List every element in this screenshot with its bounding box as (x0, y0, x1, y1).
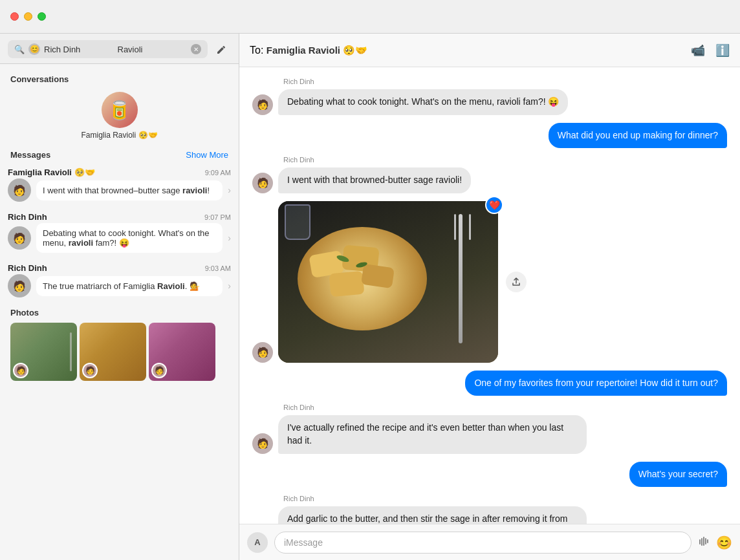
minimize-button[interactable] (24, 12, 32, 21)
to-label: To: (250, 45, 263, 56)
msg-bubble-group-5: One of my favorites from your repertoire… (465, 371, 727, 396)
compose-button[interactable] (213, 40, 231, 58)
message-input[interactable]: iMessage (274, 532, 691, 554)
message-row-3: 🧑 Rich Dinh I went with that browned-but… (252, 156, 727, 193)
message-row-6: 🧑 Rich Dinh I've actually refined the re… (252, 404, 727, 453)
sender-name-3: Rich Dinh (278, 156, 471, 164)
result-1-avatar: 🧑 (8, 178, 31, 202)
traffic-lights (0, 12, 56, 21)
result-3-time: 9:03 AM (205, 264, 231, 272)
message-result-3[interactable]: Rich Dinh 9:03 AM 🧑 The true matriarch o… (0, 258, 239, 303)
search-clear-button[interactable]: ✕ (191, 44, 201, 54)
search-query: Ravioli (118, 45, 188, 54)
msg-avatar-1: 🧑 (252, 94, 273, 115)
result-2-group-name: Rich Dinh (8, 212, 47, 222)
conversation-name: Famiglia Ravioli 🥺🤝 (81, 131, 157, 140)
chat-input-area: A iMessage 😊 (239, 524, 740, 560)
chat-header: To: Famiglia Ravioli 🥺🤝 📹 ℹ️ (239, 34, 740, 67)
sender-name-1: Rich Dinh (278, 78, 568, 85)
photo-3-avatar: 🧑 (151, 363, 167, 378)
result-2-avatar: 🧑 (8, 226, 31, 250)
photo-thumb-2[interactable]: 🧑 (80, 323, 146, 381)
svg-rect-1 (701, 538, 702, 546)
search-contact-avatar: 😊 (28, 43, 40, 55)
bubble-1: Debating what to cook tonight. What's on… (278, 89, 568, 115)
messages-section-header: Messages Show More (0, 145, 239, 162)
search-contact-name: Rich Dinh (44, 45, 114, 54)
search-icon: 🔍 (14, 45, 25, 54)
message-row-2: What did you end up making for dinner? (252, 123, 727, 149)
svg-rect-2 (703, 537, 704, 546)
audio-button[interactable] (698, 535, 710, 550)
messages-label: Messages (10, 150, 50, 160)
app-store-button[interactable]: A (247, 532, 268, 553)
result-2-time: 9:07 PM (204, 213, 231, 221)
reaction-badge: ❤️ (485, 196, 503, 214)
bubble-7: What's your secret? (629, 462, 727, 488)
bubble-6: I've actually refined the recipe and it'… (278, 415, 587, 453)
result-3-avatar: 🧑 (8, 274, 31, 297)
result-3-content: The true matriarch of Famiglia Ravioli. … (36, 276, 223, 296)
result-3-group-name: Rich Dinh (8, 263, 47, 273)
conversations-label: Conversations (0, 69, 239, 87)
sidebar-content: Conversations 🥫 Famiglia Ravioli 🥺🤝 Mess… (0, 64, 239, 560)
msg-bubble-group-2: What did you end up making for dinner? (549, 123, 727, 149)
result-1-group-name: Famiglia Ravioli 🥺🤝 (8, 167, 95, 177)
photo-1-avatar: 🧑 (13, 363, 28, 378)
photo-2-avatar: 🧑 (82, 363, 98, 378)
photos-section: Photos 🧑 🧑 🧑 (0, 303, 239, 386)
video-call-icon[interactable]: 📹 (691, 43, 705, 58)
message-row-4: 🧑 (252, 201, 727, 363)
msg-bubble-group-3: Rich Dinh I went with that browned-butte… (278, 156, 471, 193)
image-message-wrapper: ❤️ (278, 201, 498, 363)
msg-bubble-group-6: Rich Dinh I've actually refined the reci… (278, 404, 587, 453)
app-container: 🔍 😊 Rich Dinh Ravioli ✕ Conversations 🥫 (0, 34, 740, 560)
show-more-button[interactable]: Show More (186, 150, 228, 160)
message-result-2[interactable]: Rich Dinh 9:07 PM 🧑 Debating what to coo… (0, 207, 239, 258)
info-icon[interactable]: ℹ️ (715, 43, 730, 58)
close-button[interactable] (10, 12, 19, 21)
bubble-5: One of my favorites from your repertoire… (465, 371, 727, 396)
bubble-3: I went with that browned-butter sage rav… (278, 167, 471, 193)
share-button[interactable] (506, 272, 527, 292)
svg-rect-4 (707, 539, 708, 543)
sender-name-8: Rich Dinh (278, 495, 587, 502)
chat-image[interactable] (278, 201, 498, 363)
chat-area: To: Famiglia Ravioli 🥺🤝 📹 ℹ️ 🧑 Rich Dinh… (239, 34, 740, 560)
msg-bubble-group-7: What's your secret? (629, 462, 727, 488)
message-row-5: One of my favorites from your repertoire… (252, 371, 727, 396)
svg-rect-0 (699, 539, 701, 544)
sidebar-header: 🔍 😊 Rich Dinh Ravioli ✕ (0, 34, 239, 64)
msg-bubble-group-1: Rich Dinh Debating what to cook tonight.… (278, 78, 568, 115)
chat-header-icons: 📹 ℹ️ (691, 43, 730, 58)
input-placeholder: iMessage (284, 537, 323, 548)
chat-title: Famiglia Ravioli 🥺🤝 (267, 45, 367, 56)
photo-thumb-1[interactable]: 🧑 (10, 323, 77, 381)
photos-grid: 🧑 🧑 🧑 (10, 323, 228, 381)
conversation-avatar-emoji: 🥫 (102, 92, 138, 128)
maximize-button[interactable] (38, 12, 46, 21)
fork-decoration-1 (70, 332, 72, 371)
title-bar (0, 0, 740, 34)
result-3-chevron-icon: › (228, 281, 231, 291)
sidebar: 🔍 😊 Rich Dinh Ravioli ✕ Conversations 🥫 (0, 34, 239, 560)
message-row-8: 🧑 Rich Dinh Add garlic to the butter, an… (252, 495, 727, 524)
msg-avatar-6: 🧑 (252, 433, 273, 454)
msg-bubble-group-4: ❤️ (278, 201, 498, 363)
emoji-button[interactable]: 😊 (716, 535, 732, 550)
sender-name-6: Rich Dinh (278, 404, 587, 411)
app-store-icon: A (254, 537, 260, 547)
conversation-item[interactable]: 🥫 Famiglia Ravioli 🥺🤝 (0, 87, 239, 145)
conversation-avatar: 🥫 (102, 92, 138, 128)
photo-thumb-3[interactable]: 🧑 (149, 323, 215, 381)
svg-rect-3 (705, 538, 706, 544)
result-1-content: I went with that browned–butter sage rav… (36, 180, 223, 200)
messages-container: 🧑 Rich Dinh Debating what to cook tonigh… (239, 67, 740, 524)
search-bar[interactable]: 🔍 😊 Rich Dinh Ravioli ✕ (8, 40, 208, 58)
result-1-chevron-icon: › (228, 185, 231, 195)
msg-avatar-3: 🧑 (252, 173, 273, 193)
msg-bubble-group-8: Rich Dinh Add garlic to the butter, and … (278, 495, 587, 524)
message-result-1[interactable]: Famiglia Ravioli 🥺🤝 9:09 AM 🧑 I went wit… (0, 162, 239, 207)
bubble-8: Add garlic to the butter, and then stir … (278, 506, 587, 524)
message-row-1: 🧑 Rich Dinh Debating what to cook tonigh… (252, 78, 727, 115)
